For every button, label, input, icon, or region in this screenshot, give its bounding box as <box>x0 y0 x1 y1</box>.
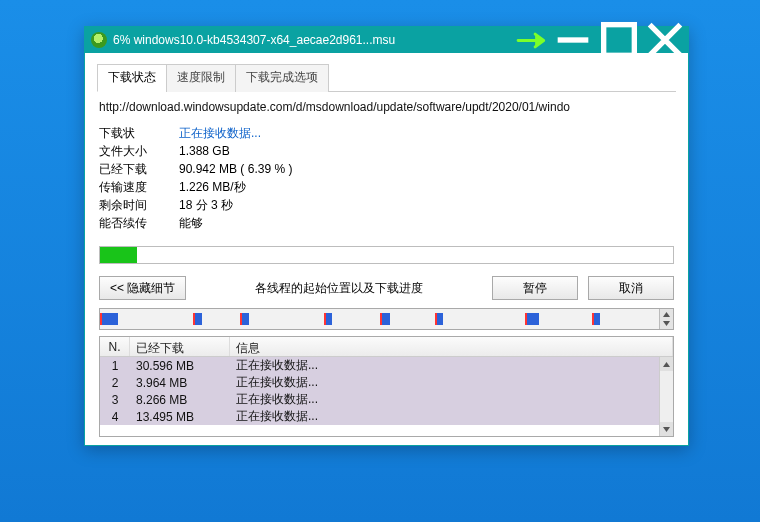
title-bar[interactable]: 6% windows10.0-kb4534307-x64_aecae2d961.… <box>85 27 688 53</box>
download-dialog: 6% windows10.0-kb4534307-x64_aecae2d961.… <box>84 26 689 446</box>
maximize-button[interactable] <box>596 27 642 53</box>
minimize-button[interactable] <box>550 27 596 53</box>
tab-on-complete[interactable]: 下载完成选项 <box>235 64 329 92</box>
segment-track <box>100 313 659 325</box>
label-filesize: 文件大小 <box>99 143 179 160</box>
cell-n: 1 <box>100 359 130 373</box>
threads-body: 130.596 MB正在接收数据...23.964 MB正在接收数据...38.… <box>100 357 673 436</box>
value-downloaded: 90.942 MB ( 6.39 % ) <box>179 162 292 176</box>
col-info[interactable]: 信息 <box>230 337 673 356</box>
window-title: 6% windows10.0-kb4534307-x64_aecae2d961.… <box>113 33 516 47</box>
cell-n: 2 <box>100 376 130 390</box>
threads-caption: 各线程的起始位置以及下载进度 <box>196 280 482 297</box>
info-grid: 下载状 正在接收数据... 文件大小 1.388 GB 已经下载 90.942 … <box>99 124 674 232</box>
label-resumable: 能否续传 <box>99 215 179 232</box>
cell-n: 4 <box>100 410 130 424</box>
threads-table: N. 已经下载 信息 130.596 MB正在接收数据...23.964 MB正… <box>99 336 674 437</box>
hide-details-button[interactable]: << 隐藏细节 <box>99 276 186 300</box>
value-filesize: 1.388 GB <box>179 144 230 158</box>
table-row[interactable]: 23.964 MB正在接收数据... <box>100 374 659 391</box>
app-icon <box>91 32 107 48</box>
table-row[interactable]: 413.495 MB正在接收数据... <box>100 408 659 425</box>
segment-scroll-down[interactable] <box>659 318 673 329</box>
cell-info: 正在接收数据... <box>230 374 659 391</box>
action-row: << 隐藏细节 各线程的起始位置以及下载进度 暂停 取消 <box>99 276 674 300</box>
download-url: http://download.windowsupdate.com/d/msdo… <box>99 100 674 114</box>
scroll-up-icon[interactable] <box>660 357 673 371</box>
tab-speed-limit[interactable]: 速度限制 <box>166 64 236 92</box>
cell-info: 正在接收数据... <box>230 408 659 425</box>
table-row[interactable]: 130.596 MB正在接收数据... <box>100 357 659 374</box>
tab-bar: 下载状态 速度限制 下载完成选项 <box>97 63 676 92</box>
threads-scrollbar[interactable] <box>659 357 673 436</box>
cell-info: 正在接收数据... <box>230 391 659 408</box>
label-downloaded: 已经下载 <box>99 161 179 178</box>
col-downloaded[interactable]: 已经下载 <box>130 337 230 356</box>
client-area: 下载状态 速度限制 下载完成选项 http://download.windows… <box>85 53 688 445</box>
move-to-tray-icon[interactable] <box>516 27 550 53</box>
cancel-button[interactable]: 取消 <box>588 276 674 300</box>
pause-button[interactable]: 暂停 <box>492 276 578 300</box>
cell-n: 3 <box>100 393 130 407</box>
col-n[interactable]: N. <box>100 337 130 356</box>
value-resumable: 能够 <box>179 215 203 232</box>
cell-downloaded: 13.495 MB <box>130 410 230 424</box>
label-timeleft: 剩余时间 <box>99 197 179 214</box>
cell-downloaded: 8.266 MB <box>130 393 230 407</box>
svg-rect-0 <box>604 25 635 56</box>
close-button[interactable] <box>642 27 688 53</box>
label-speed: 传输速度 <box>99 179 179 196</box>
value-speed: 1.226 MB/秒 <box>179 179 246 196</box>
label-status: 下载状 <box>99 125 179 142</box>
cell-downloaded: 3.964 MB <box>130 376 230 390</box>
tab-download-status[interactable]: 下载状态 <box>97 64 167 92</box>
scroll-down-icon[interactable] <box>660 422 673 436</box>
progress-fill <box>100 247 137 263</box>
threads-rows: 130.596 MB正在接收数据...23.964 MB正在接收数据...38.… <box>100 357 659 425</box>
window-controls <box>516 27 688 53</box>
cell-downloaded: 30.596 MB <box>130 359 230 373</box>
segment-bar[interactable] <box>99 308 674 330</box>
value-status: 正在接收数据... <box>179 125 261 142</box>
value-timeleft: 18 分 3 秒 <box>179 197 233 214</box>
threads-header: N. 已经下载 信息 <box>100 337 673 357</box>
cell-info: 正在接收数据... <box>230 357 659 374</box>
table-row[interactable]: 38.266 MB正在接收数据... <box>100 391 659 408</box>
progress-bar <box>99 246 674 264</box>
